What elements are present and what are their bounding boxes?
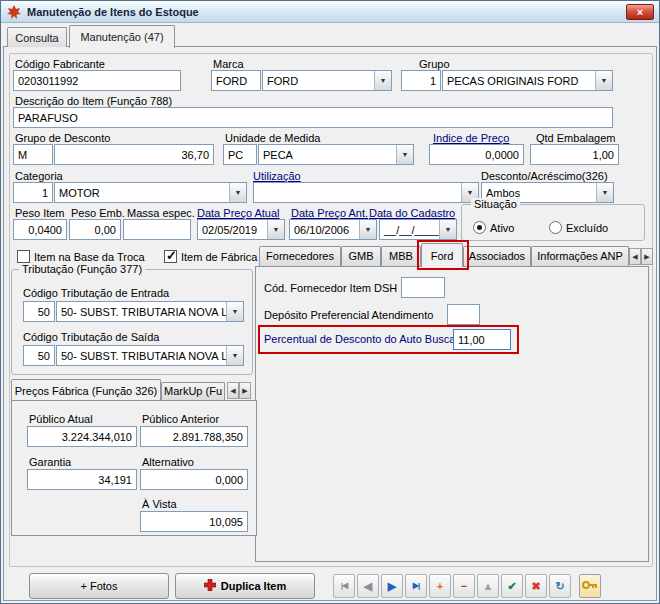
tab-precos-fabrica[interactable]: Preços Fábrica (Função 326) [11,379,161,400]
codigo-fabricante-field[interactable]: 0203011992 [13,70,181,91]
chevron-down-icon[interactable]: ▼ [229,183,246,202]
tab-manutencao[interactable]: Manutenção (47) [69,25,175,48]
chevron-down-icon[interactable]: ▼ [439,220,456,239]
cod-fornecedor-dsh-field[interactable] [401,277,445,298]
radio-excluido-label[interactable]: Excluído [566,222,608,234]
nav-post-button[interactable]: ✔ [501,574,523,598]
nav-next-button[interactable]: ▶ [381,574,403,598]
chevron-down-icon[interactable]: ▼ [226,346,243,365]
utilizacao-select[interactable]: ▼ [253,182,479,203]
indice-preco-field[interactable]: 0,0000 [429,144,524,165]
checkbox-item-fabrica-label[interactable]: Item de Fábrica [181,251,257,263]
nav-edit-button[interactable]: ▲ [477,574,499,598]
grupo-desconto-value-field[interactable]: 36,70 [54,144,214,165]
cod-fornecedor-dsh-label: Cód. Fornecedor Item DSH [264,282,397,294]
tab-informacoes-anp[interactable]: Informações ANP [531,246,629,266]
qtd-embalagem-label: Qtd Embalagem [536,132,615,144]
marca-code-field[interactable]: FORD [211,70,261,91]
tributacao-saida-select[interactable]: 50- SUBST. TRIBUTARIA NOVA LE ▼ [56,345,244,366]
publico-anterior-field[interactable]: 2.891.788,350 [140,426,248,447]
tributacao-saida-code-field[interactable]: 50 [23,345,55,366]
duplica-item-button[interactable]: Duplica Item [175,573,315,599]
marca-select-value: FORD [267,75,298,87]
radio-ativo-label[interactable]: Ativo [490,222,514,234]
tab-mbb[interactable]: MBB [381,246,421,266]
scroll-left-icon[interactable]: ◀ [629,248,641,265]
tab-associados[interactable]: Associados [463,246,531,266]
close-button[interactable]: × [626,4,654,20]
chevron-down-icon[interactable]: ▼ [267,220,284,239]
tributacao-entrada-value: 50- SUBST. TRIBUTARIA NOVA LE [61,306,235,318]
nav-insert-button[interactable]: + [429,574,451,598]
tab-gmb[interactable]: GMB [341,246,381,266]
data-cadastro-label[interactable]: Data do Cadastro [369,207,455,219]
massa-espec-field[interactable] [123,219,191,240]
tab-consulta[interactable]: Consulta [7,27,67,47]
data-preco-ant-label[interactable]: Data Preço Ant. [291,207,368,219]
publico-atual-field[interactable]: 3.224.344,010 [27,426,137,447]
scroll-right-icon[interactable]: ▶ [239,382,251,399]
situacao-label: Situação [471,198,520,210]
grupo-desconto-label: Grupo de Desconto [15,132,110,144]
checkbox-item-base-troca-label[interactable]: Item na Base da Troca [34,251,145,263]
fotos-button-label: + Fotos [81,580,118,592]
scroll-right-icon[interactable]: ▶ [641,248,653,265]
marca-select[interactable]: FORD ▼ [262,70,392,91]
indice-preco-label[interactable]: Indice de Preço [433,132,509,144]
peso-emb-field[interactable]: 0,00 [69,219,121,240]
data-preco-ant-select[interactable]: 06/10/2006 ▼ [289,219,377,240]
categoria-code-field[interactable]: 1 [13,182,53,203]
peso-emb-label: Peso Emb. [71,207,125,219]
qtd-embalagem-field[interactable]: 1,00 [530,144,619,165]
chevron-down-icon[interactable]: ▼ [595,71,612,90]
unidade-medida-select-value: PECA [263,149,293,161]
window-title: Manutenção de Itens do Estoque [27,6,199,18]
tab-fornecedores[interactable]: Fornecedores [259,246,341,266]
tributacao-entrada-label: Código Tributação de Entrada [23,287,169,299]
nav-cancel-button[interactable]: ✖ [525,574,547,598]
tributacao-saida-label: Código Tributação de Saída [23,331,159,343]
chevron-down-icon[interactable]: ▼ [226,302,243,321]
data-preco-atual-label[interactable]: Data Preço Atual [197,207,280,219]
categoria-select[interactable]: MOTOR ▼ [54,182,247,203]
tab-ford[interactable]: Ford [421,243,463,267]
utilizacao-label[interactable]: Utilização [253,170,301,182]
nav-prior-button[interactable]: ◀ [357,574,379,598]
nav-refresh-button[interactable]: ↻ [549,574,571,598]
percentual-desconto-field[interactable]: 11,00 [453,329,511,350]
alternativo-field[interactable]: 0,000 [140,469,248,490]
descricao-field[interactable]: PARAFUSO [13,107,613,128]
grupo-select[interactable]: PECAS ORIGINAIS FORD ▼ [442,70,613,91]
codigo-fabricante-label: Código Fabricante [15,58,105,70]
a-vista-field[interactable]: 10,095 [140,511,248,532]
nav-last-button[interactable]: ▶| [405,574,427,598]
scroll-left-icon[interactable]: ◀ [227,382,239,399]
chevron-down-icon[interactable]: ▼ [396,145,413,164]
data-cadastro-field[interactable]: __/__/____ ▼ [379,219,457,240]
grupo-desconto-code-field[interactable]: M [13,144,53,165]
tab-markup[interactable]: MarkUp (Fu [161,382,225,400]
garantia-label: Garantia [29,456,71,468]
chevron-down-icon[interactable]: ▼ [374,71,391,90]
unidade-medida-select[interactable]: PECA ▼ [258,144,414,165]
tributacao-entrada-select[interactable]: 50- SUBST. TRIBUTARIA NOVA LE ▼ [56,301,244,322]
publico-anterior-label: Público Anterior [142,413,219,425]
grupo-code-field[interactable]: 1 [401,70,441,91]
grupo-select-value: PECAS ORIGINAIS FORD [447,75,578,87]
nav-delete-button[interactable]: − [453,574,475,598]
checkbox-item-base-troca[interactable] [17,250,30,263]
radio-ativo[interactable] [473,221,486,234]
garantia-field[interactable]: 34,191 [27,469,137,490]
fotos-button[interactable]: + Fotos [29,573,169,599]
unidade-medida-code-field[interactable]: PC [223,144,257,165]
key-button[interactable] [579,574,601,598]
chevron-down-icon[interactable]: ▼ [596,183,613,202]
chevron-down-icon[interactable]: ▼ [359,220,376,239]
tributacao-entrada-code-field[interactable]: 50 [23,301,55,322]
data-preco-atual-select[interactable]: 02/05/2019 ▼ [197,219,285,240]
radio-excluido[interactable] [549,221,562,234]
checkbox-item-fabrica[interactable] [164,250,177,263]
nav-first-button[interactable]: |◀ [333,574,355,598]
deposito-preferencial-field[interactable] [447,304,480,325]
peso-item-field[interactable]: 0,0400 [13,219,67,240]
